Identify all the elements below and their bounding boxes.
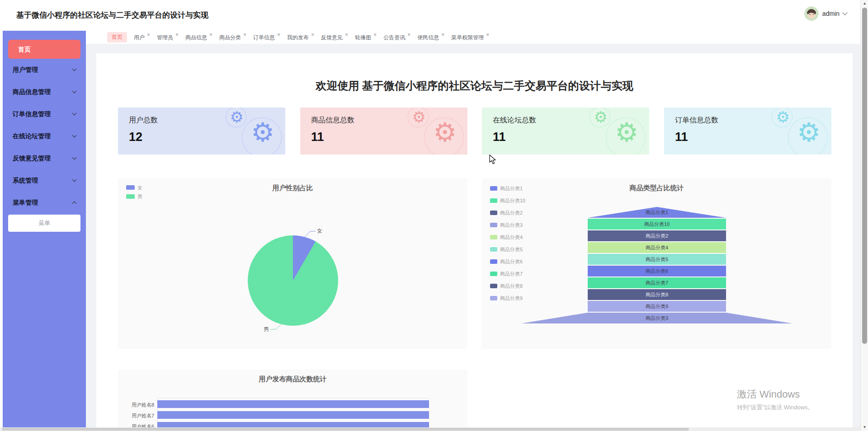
sidebar-item-label: 系统管理 xyxy=(13,177,38,185)
legend-item[interactable]: 商品分类2 xyxy=(490,209,525,216)
tab-user[interactable]: 用户× xyxy=(134,33,150,42)
legend-item[interactable]: 商品分类5 xyxy=(490,246,525,253)
sidebar-item-label: 在线论坛管理 xyxy=(13,132,51,141)
vertical-scrollbar-thumb[interactable] xyxy=(862,8,867,344)
legend-swatch xyxy=(490,259,497,264)
legend-swatch xyxy=(490,198,497,203)
funnel-chart-title: 商品类型占比统计 xyxy=(482,184,831,192)
tab-carousel[interactable]: 轮播图× xyxy=(355,33,377,42)
legend-swatch xyxy=(490,247,497,252)
close-icon[interactable]: × xyxy=(407,33,410,37)
sidebar-item-feedback-mgmt[interactable]: 反馈意见管理 xyxy=(3,147,86,169)
gear-icon: ⚙ xyxy=(594,109,608,125)
funnel-band[interactable]: 商品分类10 xyxy=(588,219,726,230)
stat-card-value: 11 xyxy=(493,130,506,144)
horizontal-scrollbar[interactable] xyxy=(0,427,860,431)
close-icon[interactable]: × xyxy=(311,33,314,37)
sidebar-item-label: 订单信息管理 xyxy=(13,110,51,118)
close-icon[interactable]: × xyxy=(486,33,489,37)
tab-product-category[interactable]: 商品分类× xyxy=(219,33,246,42)
legend-swatch xyxy=(490,186,497,191)
tab-home[interactable]: 首页 xyxy=(107,32,127,42)
close-icon[interactable]: × xyxy=(147,33,150,37)
close-icon[interactable]: × xyxy=(243,33,246,37)
sidebar-item-forum-mgmt[interactable]: 在线论坛管理 xyxy=(3,125,86,147)
tab-convenience-info[interactable]: 便民信息× xyxy=(417,33,444,42)
tab-my-posts[interactable]: 我的发布× xyxy=(287,33,314,42)
stat-card-title: 商品信息总数 xyxy=(311,116,354,125)
scroll-up-button[interactable]: ▲ xyxy=(861,0,868,7)
gear-icon: ⚙ xyxy=(433,119,457,145)
legend-swatch xyxy=(490,272,497,276)
funnel-band[interactable]: 商品分类1 xyxy=(588,207,726,218)
bar[interactable] xyxy=(157,400,429,408)
funnel-band[interactable]: 商品分类5 xyxy=(588,254,726,265)
close-icon[interactable]: × xyxy=(175,33,179,37)
close-icon[interactable]: × xyxy=(441,33,444,37)
gear-icon: ⚙ xyxy=(615,119,638,145)
funnel-band[interactable]: 商品分类4 xyxy=(588,242,726,253)
funnel-band[interactable]: 商品分类8 xyxy=(588,289,726,300)
tab-menu-permission[interactable]: 菜单权限管理× xyxy=(451,33,489,42)
funnel-band[interactable]: 商品分类3 xyxy=(521,313,793,323)
chevron-down-icon xyxy=(72,133,77,138)
avatar[interactable] xyxy=(804,6,819,21)
close-icon[interactable]: × xyxy=(373,33,377,37)
sidebar-item-user-mgmt[interactable]: 用户管理 xyxy=(3,59,86,81)
pie-label-female: 女 xyxy=(317,227,322,235)
pie-chart-title: 用户性别占比 xyxy=(118,184,467,192)
close-icon[interactable]: × xyxy=(209,33,212,37)
close-icon[interactable]: × xyxy=(277,33,280,37)
tab-announcement[interactable]: 公告资讯× xyxy=(383,33,410,42)
sidebar-item-label: 反馈意见管理 xyxy=(13,155,51,163)
legend-item[interactable]: 商品分类4 xyxy=(490,234,525,241)
sidebar-item-system-mgmt[interactable]: 系统管理 xyxy=(3,169,86,192)
tab-admin[interactable]: 管理员× xyxy=(157,33,179,42)
legend-item[interactable]: 商品分类8 xyxy=(490,282,525,290)
bar[interactable] xyxy=(157,422,429,427)
sidebar-item-order-info-mgmt[interactable]: 订单信息管理 xyxy=(3,103,86,125)
bar[interactable] xyxy=(157,411,429,419)
pie-chart[interactable] xyxy=(248,235,338,326)
stat-card-total-users: 用户总数 12 ⚙ ⚙ xyxy=(118,108,285,155)
sidebar-item-product-info-mgmt[interactable]: 商品信息管理 xyxy=(3,81,86,103)
legend-item[interactable]: 商品分类9 xyxy=(490,295,525,302)
scroll-down-button[interactable]: ▼ xyxy=(861,424,868,431)
chevron-down-icon xyxy=(842,10,847,15)
user-menu[interactable]: admin xyxy=(804,5,847,23)
legend-item[interactable]: 女 xyxy=(126,184,142,191)
vertical-scrollbar[interactable]: ▲ ▼ xyxy=(860,0,868,431)
stat-card-title: 用户总数 xyxy=(129,116,158,125)
funnel-band[interactable]: 商品分类9 xyxy=(588,301,726,312)
legend-swatch xyxy=(126,194,135,199)
tab-feedback[interactable]: 反馈意见× xyxy=(321,33,348,42)
app-title: 基于微信小程序的社区论坛与二手交易平台的设计与实现 xyxy=(16,10,208,20)
legend-item[interactable]: 商品分类6 xyxy=(490,258,525,265)
funnel-band[interactable]: 商品分类7 xyxy=(588,277,726,288)
stat-card-value: 11 xyxy=(311,130,324,144)
legend-item[interactable]: 商品分类10 xyxy=(490,197,525,204)
gear-icon: ⚙ xyxy=(412,109,426,125)
app-header: 基于微信小程序的社区论坛与二手交易平台的设计与实现 admin xyxy=(0,0,860,31)
tab-order-info[interactable]: 订单信息× xyxy=(253,33,280,42)
gear-icon: ⚙ xyxy=(797,119,821,145)
funnel-band[interactable]: 商品分类2 xyxy=(588,230,726,241)
horizontal-scrollbar-thumb[interactable] xyxy=(2,428,689,431)
sidebar-subitem-menu[interactable]: 菜单 xyxy=(8,215,80,232)
legend-item[interactable]: 商品分类7 xyxy=(490,270,525,277)
sidebar-item-menu-mgmt[interactable]: 菜单管理 xyxy=(3,192,86,214)
legend-item[interactable]: 商品分类1 xyxy=(490,185,525,192)
legend-item[interactable]: 商品分类3 xyxy=(490,221,525,229)
sidebar-item-home[interactable]: 首页 xyxy=(8,40,80,59)
stat-card-title: 订单信息总数 xyxy=(675,116,718,125)
bar-category-label: 用户姓名8 xyxy=(118,402,154,408)
funnel-legend: 商品分类1 商品分类10 商品分类2 商品分类3 商品分类4 商品分类5 商品分… xyxy=(490,185,525,302)
tab-product-info[interactable]: 商品信息× xyxy=(185,33,212,42)
legend-swatch xyxy=(490,296,497,300)
legend-swatch xyxy=(490,211,497,215)
funnel-band[interactable]: 商品分类6 xyxy=(588,266,726,276)
stat-card-value: 11 xyxy=(675,130,688,144)
legend-item[interactable]: 男 xyxy=(126,193,142,200)
close-icon[interactable]: × xyxy=(345,33,348,37)
stat-card-total-forums: 在线论坛总数 11 ⚙ ⚙ xyxy=(482,108,649,155)
